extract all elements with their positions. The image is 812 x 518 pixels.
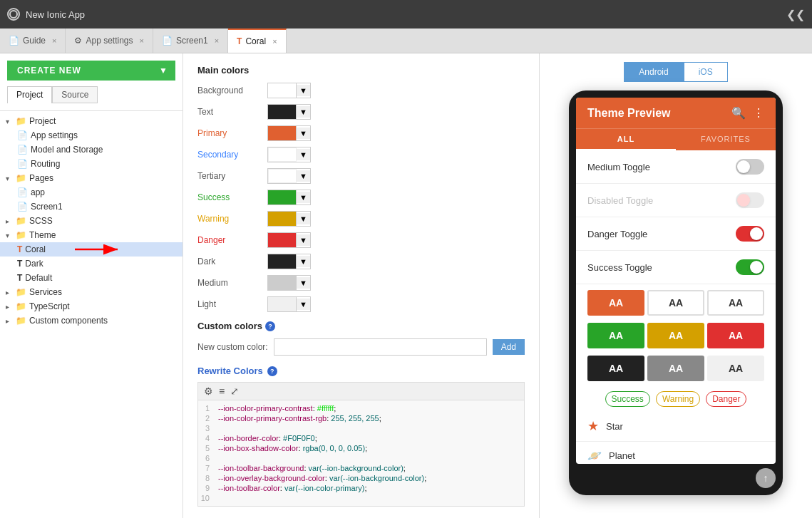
sidebar-item-screen1[interactable]: 📄 Screen1 [0, 200, 183, 214]
dropdown-arrow-icon[interactable]: ▼ [297, 299, 310, 310]
toggle-knob [750, 261, 763, 274]
new-color-input[interactable] [274, 338, 487, 356]
color-row-success: Success ▼ [197, 190, 525, 205]
ios-button[interactable]: iOS [684, 62, 728, 82]
create-new-button[interactable]: CREATE NEW [7, 61, 152, 81]
chevron-down-icon: ▾ [6, 232, 13, 239]
sidebar-item-project[interactable]: ▾ 📁 Project [0, 114, 183, 128]
nav-favorites[interactable]: FAVORITES [676, 129, 776, 150]
medium-toggle[interactable] [736, 159, 764, 175]
sidebar-item-theme[interactable]: ▾ 📁 Theme [0, 228, 183, 242]
chevron-right-icon: ▸ [6, 289, 13, 296]
tertiary-label: Tertiary [197, 171, 262, 181]
tab-app-settings[interactable]: ⚙ App settings × [66, 29, 153, 53]
folder-icon: 📁 [16, 301, 26, 311]
tertiary-color-select[interactable]: ▼ [267, 168, 311, 184]
code-line: 2--ion-color-primary-contrast-rgb: 255, … [198, 413, 524, 423]
format-icon[interactable]: ≡ [219, 385, 225, 397]
tab-settings-close[interactable]: × [140, 36, 144, 45]
success-toggle[interactable] [736, 259, 764, 275]
tabs-bar: 📄 Guide × ⚙ App settings × 📄 Screen1 × T… [0, 29, 812, 53]
dropdown-arrow-icon[interactable]: ▼ [297, 234, 310, 246]
collapse-button[interactable]: ❮❮ [786, 8, 805, 21]
color-row-primary: Primary ▼ [197, 125, 525, 141]
theme-icon: T [17, 273, 22, 283]
text-label: Text [197, 107, 262, 117]
warning-swatch [268, 212, 297, 226]
chevron-right-icon: ▸ [6, 303, 13, 311]
sidebar-item-pages[interactable]: ▾ 📁 Pages [0, 171, 183, 185]
dropdown-arrow-icon[interactable]: ▼ [297, 149, 310, 160]
sidebar-item-app[interactable]: 📄 app [0, 185, 183, 200]
dark-label: Dark [197, 257, 262, 266]
tertiary-swatch [268, 169, 297, 183]
star-row: ★ Star [576, 411, 776, 442]
sidebar-item-app-settings[interactable]: 📄 App settings [0, 128, 183, 143]
aa-swatch-success: AA [587, 323, 644, 348]
sidebar-tab-source[interactable]: Source [52, 86, 98, 103]
text-color-select[interactable]: ▼ [267, 104, 311, 120]
tab-coral-icon: T [237, 36, 242, 46]
tab-screen1-icon: 📄 [162, 36, 173, 46]
text-swatch [268, 105, 297, 119]
nav-all[interactable]: ALL [576, 129, 676, 150]
background-color-select[interactable]: ▼ [267, 83, 311, 98]
light-color-select[interactable]: ▼ [267, 296, 311, 312]
sidebar-item-custom-components[interactable]: ▸ 📁 Custom components [0, 314, 183, 328]
tab-guide-close[interactable]: × [52, 36, 56, 45]
tab-guide[interactable]: 📄 Guide × [0, 29, 66, 53]
file-icon: 📄 [17, 145, 28, 155]
secondary-color-select[interactable]: ▼ [267, 147, 311, 162]
dropdown-arrow-icon[interactable]: ▼ [297, 106, 310, 118]
main-colors-title: Main colors [197, 65, 525, 76]
sidebar-item-coral[interactable]: T Coral [0, 242, 183, 257]
dropdown-arrow-icon[interactable]: ▼ [297, 277, 310, 289]
tab-screen1-close[interactable]: × [215, 36, 219, 45]
sidebar-item-model-storage[interactable]: 📄 Model and Storage [0, 143, 183, 157]
phone-screen: Theme Preview 🔍 ⋮ ALL FAVORITES [576, 98, 776, 464]
warning-color-select[interactable]: ▼ [267, 211, 311, 227]
dropdown-arrow-icon[interactable]: ▼ [297, 170, 310, 182]
danger-color-select[interactable]: ▼ [267, 232, 311, 248]
tab-screen1[interactable]: 📄 Screen1 × [153, 29, 228, 53]
code-line: 5--ion-box-shadow-color: rgba(0, 0, 0, 0… [198, 443, 524, 453]
new-color-label: New custom color: [197, 342, 268, 352]
aa-swatch-outline-2: AA [707, 290, 764, 316]
chevron-right-icon: ▸ [6, 217, 13, 225]
aa-grid-3: AA AA AA [576, 350, 776, 387]
sidebar-item-default[interactable]: T Default [0, 271, 183, 285]
color-row-background: Background ▼ [197, 83, 525, 98]
sidebar-item-scss[interactable]: ▸ 📁 SCSS [0, 214, 183, 228]
more-icon[interactable]: ⋮ [753, 106, 764, 120]
primary-swatch [268, 126, 297, 140]
danger-toggle[interactable] [736, 226, 764, 242]
create-new-dropdown[interactable]: ▼ [152, 61, 175, 81]
expand-icon[interactable]: ⤢ [230, 385, 239, 397]
sidebar-item-typescript[interactable]: ▸ 📁 TypeScript [0, 299, 183, 314]
primary-color-select[interactable]: ▼ [267, 125, 311, 141]
android-button[interactable]: Android [624, 62, 683, 82]
toggle-knob [737, 160, 750, 173]
sidebar-tab-project[interactable]: Project [7, 86, 52, 103]
toggle-knob [750, 227, 763, 240]
dropdown-arrow-icon[interactable]: ▼ [297, 192, 310, 203]
dropdown-arrow-icon[interactable]: ▼ [297, 213, 310, 224]
tab-coral[interactable]: T Coral × [228, 29, 286, 53]
dropdown-arrow-icon[interactable]: ▼ [297, 85, 310, 96]
settings-icon[interactable]: ⚙ [204, 385, 213, 397]
sidebar-item-services[interactable]: ▸ 📁 Services [0, 285, 183, 299]
phone-mockup: Theme Preview 🔍 ⋮ ALL FAVORITES [569, 90, 783, 495]
success-color-select[interactable]: ▼ [267, 190, 311, 205]
scroll-up-button[interactable]: ↑ [756, 468, 776, 488]
app-title: New Ionic App [26, 9, 85, 20]
sidebar-item-dark[interactable]: T Dark [0, 257, 183, 271]
dark-color-select[interactable]: ▼ [267, 254, 311, 269]
medium-color-select[interactable]: ▼ [267, 275, 311, 291]
dropdown-arrow-icon[interactable]: ▼ [297, 256, 310, 267]
add-color-button[interactable]: Add [493, 339, 525, 355]
search-icon[interactable]: 🔍 [731, 106, 746, 120]
danger-chip: Danger [706, 391, 746, 407]
tab-coral-close[interactable]: × [272, 37, 277, 46]
dropdown-arrow-icon[interactable]: ▼ [297, 128, 310, 139]
sidebar-item-routing[interactable]: 📄 Routing [0, 157, 183, 171]
